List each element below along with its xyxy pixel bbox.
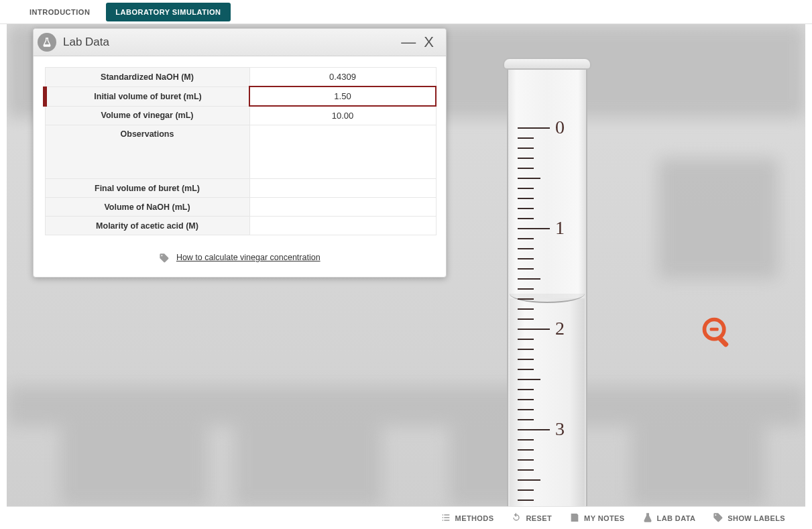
show-labels-button[interactable]: SHOW LABELS [713,512,785,524]
label-text: Initial volume of buret (mL) [94,92,201,101]
label-text: Molarity of acetic acid (M) [96,221,198,231]
buret-label-0: 0 [555,117,565,138]
close-button[interactable]: X [420,34,438,51]
svg-rect-2 [717,336,730,348]
value-vinegar-volume[interactable]: 10.00 [249,106,436,125]
row-observations: Observations [45,125,436,179]
value-initial-volume[interactable]: 1.50 [249,86,436,106]
buret[interactable]: 0123 [507,58,587,507]
panel-body: Standardized NaOH (M) 0.4309 Initial vol… [34,56,446,277]
label-text: Volume of vinegar (mL) [101,111,194,120]
minimize-button[interactable]: — [397,34,420,51]
buret-label-2: 2 [555,318,565,339]
label-text: Observations [121,129,174,139]
zoom-out-button[interactable] [700,315,735,350]
notes-icon [569,512,580,524]
reset-icon [511,512,522,524]
panel-header[interactable]: Lab Data — X [34,29,446,56]
row-initial-volume: Initial volume of buret (mL) 1.50 [45,86,436,106]
panel-title: Lab Data [63,36,397,49]
lab-data-panel[interactable]: Lab Data — X Standardized NaOH (M) 0.430… [33,28,447,278]
value-naoh-volume[interactable] [249,198,436,217]
hint-link[interactable]: How to calculate vinegar concentration [176,253,321,262]
reset-button[interactable]: RESET [511,512,552,524]
row-naoh-molarity: Standardized NaOH (M) 0.4309 [45,68,436,87]
tab-introduction[interactable]: INTRODUCTION [20,3,99,21]
buret-lip [503,58,591,70]
my-notes-button[interactable]: MY NOTES [569,512,624,524]
tab-laboratory-simulation[interactable]: LABORATORY SIMULATION [106,3,230,21]
btn-label: MY NOTES [584,514,624,522]
value-naoh-molarity[interactable]: 0.4309 [249,68,436,87]
flask-icon [642,512,653,524]
tag-icon [159,253,170,263]
buret-tube: 0123 [507,67,587,507]
tag-icon [713,512,723,524]
row-naoh-volume: Volume of NaOH (mL) [45,198,436,217]
btn-label: METHODS [455,514,494,522]
btn-label: RESET [526,514,552,522]
simulation-stage: Lab Data — X Standardized NaOH (M) 0.430… [7,24,805,507]
methods-button[interactable]: METHODS [441,512,494,524]
hint-row: How to calculate vinegar concentration [43,235,437,263]
list-icon [441,512,451,524]
value-acetic-molarity[interactable] [249,217,436,235]
lab-data-table: Standardized NaOH (M) 0.4309 Initial vol… [43,67,437,235]
lab-data-button[interactable]: LAB DATA [642,512,696,524]
btn-label: LAB DATA [657,514,696,522]
svg-rect-1 [710,328,719,331]
label-text: Standardized NaOH (M) [101,72,194,82]
buret-label-3: 3 [555,418,565,440]
tabs-bar: INTRODUCTION LABORATORY SIMULATION [0,0,812,24]
value-final-volume[interactable] [249,179,436,198]
bottom-toolbar: METHODS RESET MY NOTES LAB DATA SHOW LAB… [7,506,805,529]
row-vinegar-volume: Volume of vinegar (mL) 10.00 [45,106,436,125]
value-observations[interactable] [249,125,436,179]
label-text: Volume of NaOH (mL) [104,202,190,212]
buret-label-1: 1 [555,217,565,239]
flask-icon [38,33,56,52]
row-final-volume: Final volume of buret (mL) [45,179,436,198]
row-acetic-molarity: Molarity of acetic acid (M) [45,217,436,235]
btn-label: SHOW LABELS [728,514,785,522]
label-text: Final volume of buret (mL) [95,184,200,193]
